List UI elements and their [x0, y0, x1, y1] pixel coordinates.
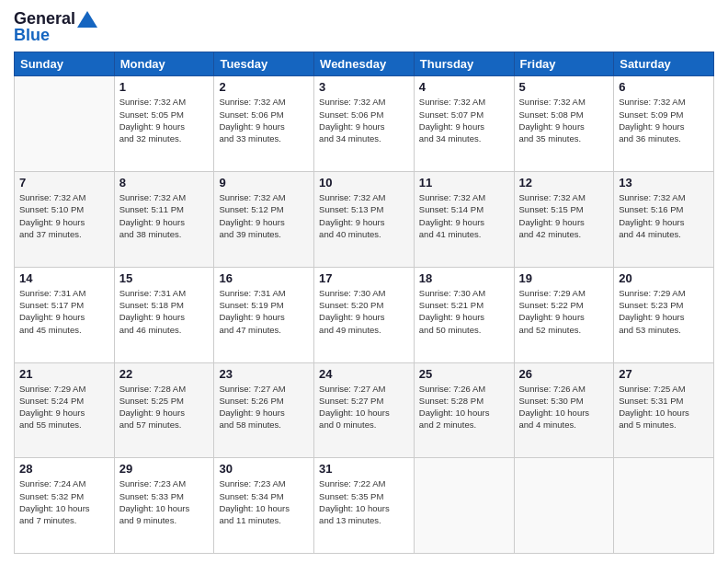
day-info: Sunrise: 7:32 AM Sunset: 5:13 PM Dayligh…	[319, 191, 409, 240]
calendar-cell: 7Sunrise: 7:32 AM Sunset: 5:10 PM Daylig…	[15, 172, 115, 268]
day-info: Sunrise: 7:27 AM Sunset: 5:27 PM Dayligh…	[319, 383, 409, 431]
day-info: Sunrise: 7:29 AM Sunset: 5:24 PM Dayligh…	[19, 383, 109, 431]
header: General Blue	[14, 9, 714, 44]
day-header-sunday: Sunday	[15, 52, 115, 76]
day-info: Sunrise: 7:23 AM Sunset: 5:33 PM Dayligh…	[119, 477, 210, 526]
day-header-friday: Friday	[514, 52, 614, 76]
calendar-cell: 4Sunrise: 7:32 AM Sunset: 5:07 PM Daylig…	[414, 76, 514, 172]
day-info: Sunrise: 7:23 AM Sunset: 5:34 PM Dayligh…	[219, 477, 309, 526]
day-info: Sunrise: 7:32 AM Sunset: 5:08 PM Dayligh…	[519, 96, 609, 144]
logo-icon	[77, 11, 97, 28]
day-number: 9	[219, 176, 309, 190]
day-number: 26	[519, 367, 609, 381]
day-info: Sunrise: 7:24 AM Sunset: 5:32 PM Dayligh…	[19, 477, 109, 526]
day-info: Sunrise: 7:28 AM Sunset: 5:25 PM Dayligh…	[119, 383, 210, 431]
calendar-cell: 14Sunrise: 7:31 AM Sunset: 5:17 PM Dayli…	[15, 267, 115, 362]
day-number: 11	[419, 176, 509, 190]
day-info: Sunrise: 7:32 AM Sunset: 5:11 PM Dayligh…	[119, 191, 210, 240]
day-info: Sunrise: 7:29 AM Sunset: 5:22 PM Dayligh…	[519, 287, 609, 336]
day-number: 28	[19, 462, 109, 476]
day-number: 27	[619, 367, 709, 381]
calendar-week-1: 1Sunrise: 7:32 AM Sunset: 5:05 PM Daylig…	[15, 76, 714, 172]
calendar-cell: 19Sunrise: 7:29 AM Sunset: 5:22 PM Dayli…	[514, 267, 614, 362]
day-number: 18	[419, 271, 509, 285]
day-number: 31	[319, 462, 409, 476]
day-number: 22	[119, 367, 210, 381]
calendar-cell: 16Sunrise: 7:31 AM Sunset: 5:19 PM Dayli…	[214, 267, 314, 362]
day-info: Sunrise: 7:32 AM Sunset: 5:10 PM Dayligh…	[19, 191, 109, 240]
page: General Blue SundayMondayTuesdayWednesda…	[0, 0, 728, 563]
day-info: Sunrise: 7:30 AM Sunset: 5:20 PM Dayligh…	[319, 287, 409, 336]
day-number: 6	[619, 80, 709, 94]
day-info: Sunrise: 7:27 AM Sunset: 5:26 PM Dayligh…	[219, 383, 309, 431]
day-number: 5	[519, 80, 609, 94]
day-info: Sunrise: 7:32 AM Sunset: 5:15 PM Dayligh…	[519, 191, 609, 240]
day-header-monday: Monday	[114, 52, 214, 76]
day-info: Sunrise: 7:31 AM Sunset: 5:19 PM Dayligh…	[219, 287, 309, 336]
calendar-cell: 28Sunrise: 7:24 AM Sunset: 5:32 PM Dayli…	[15, 458, 115, 554]
calendar-cell: 3Sunrise: 7:32 AM Sunset: 5:06 PM Daylig…	[314, 76, 415, 172]
calendar-cell: 20Sunrise: 7:29 AM Sunset: 5:23 PM Dayli…	[614, 267, 714, 362]
day-number: 25	[419, 367, 509, 381]
day-info: Sunrise: 7:29 AM Sunset: 5:23 PM Dayligh…	[619, 287, 709, 336]
day-info: Sunrise: 7:30 AM Sunset: 5:21 PM Dayligh…	[419, 287, 509, 336]
calendar-cell	[614, 458, 714, 554]
day-number: 3	[319, 80, 409, 94]
calendar-cell	[15, 76, 115, 172]
calendar-cell: 24Sunrise: 7:27 AM Sunset: 5:27 PM Dayli…	[314, 362, 415, 458]
day-number: 13	[619, 176, 709, 190]
calendar-cell: 27Sunrise: 7:25 AM Sunset: 5:31 PM Dayli…	[614, 362, 714, 458]
day-number: 1	[119, 80, 210, 94]
calendar-week-3: 14Sunrise: 7:31 AM Sunset: 5:17 PM Dayli…	[15, 267, 714, 362]
day-header-wednesday: Wednesday	[314, 52, 415, 76]
day-number: 10	[319, 176, 409, 190]
calendar-cell: 23Sunrise: 7:27 AM Sunset: 5:26 PM Dayli…	[214, 362, 314, 458]
day-header-saturday: Saturday	[614, 52, 714, 76]
calendar-cell: 15Sunrise: 7:31 AM Sunset: 5:18 PM Dayli…	[114, 267, 214, 362]
day-info: Sunrise: 7:32 AM Sunset: 5:06 PM Dayligh…	[219, 96, 309, 144]
calendar-cell: 9Sunrise: 7:32 AM Sunset: 5:12 PM Daylig…	[214, 172, 314, 268]
calendar-cell: 10Sunrise: 7:32 AM Sunset: 5:13 PM Dayli…	[314, 172, 415, 268]
day-info: Sunrise: 7:32 AM Sunset: 5:06 PM Dayligh…	[319, 96, 409, 144]
calendar-cell: 2Sunrise: 7:32 AM Sunset: 5:06 PM Daylig…	[214, 76, 314, 172]
calendar-cell: 13Sunrise: 7:32 AM Sunset: 5:16 PM Dayli…	[614, 172, 714, 268]
calendar-table: SundayMondayTuesdayWednesdayThursdayFrid…	[14, 52, 714, 554]
calendar-cell: 26Sunrise: 7:26 AM Sunset: 5:30 PM Dayli…	[514, 362, 614, 458]
day-info: Sunrise: 7:31 AM Sunset: 5:17 PM Dayligh…	[19, 287, 109, 336]
calendar-cell: 11Sunrise: 7:32 AM Sunset: 5:14 PM Dayli…	[414, 172, 514, 268]
day-number: 29	[119, 462, 210, 476]
day-number: 23	[219, 367, 309, 381]
day-number: 8	[119, 176, 210, 190]
calendar-cell: 29Sunrise: 7:23 AM Sunset: 5:33 PM Dayli…	[114, 458, 214, 554]
day-info: Sunrise: 7:32 AM Sunset: 5:12 PM Dayligh…	[219, 191, 309, 240]
calendar-cell: 30Sunrise: 7:23 AM Sunset: 5:34 PM Dayli…	[214, 458, 314, 554]
calendar-header-row: SundayMondayTuesdayWednesdayThursdayFrid…	[15, 52, 714, 76]
day-info: Sunrise: 7:22 AM Sunset: 5:35 PM Dayligh…	[319, 477, 409, 526]
calendar-cell: 25Sunrise: 7:26 AM Sunset: 5:28 PM Dayli…	[414, 362, 514, 458]
calendar-cell: 18Sunrise: 7:30 AM Sunset: 5:21 PM Dayli…	[414, 267, 514, 362]
calendar-cell: 1Sunrise: 7:32 AM Sunset: 5:05 PM Daylig…	[114, 76, 214, 172]
day-number: 30	[219, 462, 309, 476]
calendar-cell	[414, 458, 514, 554]
day-number: 14	[19, 271, 109, 285]
calendar-cell: 31Sunrise: 7:22 AM Sunset: 5:35 PM Dayli…	[314, 458, 415, 554]
day-number: 19	[519, 271, 609, 285]
calendar-cell: 17Sunrise: 7:30 AM Sunset: 5:20 PM Dayli…	[314, 267, 415, 362]
calendar-cell: 22Sunrise: 7:28 AM Sunset: 5:25 PM Dayli…	[114, 362, 214, 458]
svg-marker-0	[77, 11, 97, 28]
day-number: 21	[19, 367, 109, 381]
calendar-week-2: 7Sunrise: 7:32 AM Sunset: 5:10 PM Daylig…	[15, 172, 714, 268]
day-info: Sunrise: 7:25 AM Sunset: 5:31 PM Dayligh…	[619, 383, 709, 431]
calendar-cell: 21Sunrise: 7:29 AM Sunset: 5:24 PM Dayli…	[15, 362, 115, 458]
day-number: 20	[619, 271, 709, 285]
day-number: 2	[219, 80, 309, 94]
day-number: 17	[319, 271, 409, 285]
calendar-cell: 12Sunrise: 7:32 AM Sunset: 5:15 PM Dayli…	[514, 172, 614, 268]
day-info: Sunrise: 7:32 AM Sunset: 5:09 PM Dayligh…	[619, 96, 709, 144]
calendar-cell	[514, 458, 614, 554]
day-header-tuesday: Tuesday	[214, 52, 314, 76]
day-number: 4	[419, 80, 509, 94]
logo-general: General	[14, 9, 75, 28]
logo-blue: Blue	[14, 27, 97, 45]
day-number: 7	[19, 176, 109, 190]
